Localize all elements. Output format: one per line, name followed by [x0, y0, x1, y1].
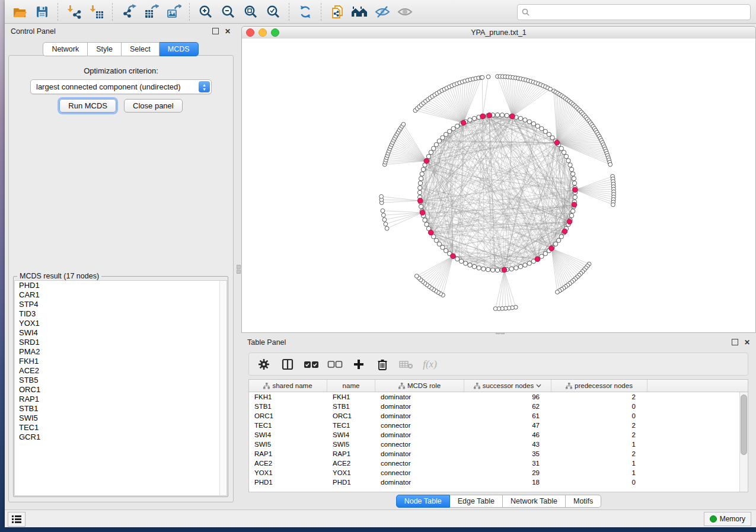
- network-node[interactable]: [382, 217, 387, 222]
- network-node[interactable]: [556, 238, 560, 242]
- network-node[interactable]: [425, 222, 429, 226]
- mcds-node[interactable]: [549, 246, 554, 251]
- network-node[interactable]: [464, 261, 468, 265]
- network-node[interactable]: [566, 159, 570, 163]
- criterion-dropdown[interactable]: largest connected component (undirected)…: [30, 79, 212, 94]
- mcds-node[interactable]: [480, 114, 486, 119]
- network-node[interactable]: [569, 167, 573, 171]
- table-row[interactable]: YOX1YOX1connector291: [249, 468, 748, 477]
- network-node[interactable]: [559, 235, 563, 239]
- tab-style[interactable]: Style: [88, 42, 122, 56]
- network-node[interactable]: [486, 267, 490, 271]
- mcds-result-item[interactable]: PMA2: [15, 347, 227, 357]
- table-row[interactable]: SWI5SWI5connector431: [249, 440, 748, 449]
- network-node[interactable]: [459, 259, 463, 263]
- network-node[interactable]: [472, 264, 476, 268]
- network-node[interactable]: [505, 113, 509, 117]
- table-row[interactable]: RAP1RAP1dominator352: [249, 449, 748, 459]
- add-column-button[interactable]: [350, 356, 368, 373]
- houses-button[interactable]: [349, 2, 371, 21]
- network-node[interactable]: [434, 143, 438, 147]
- tab-mcds[interactable]: MCDS: [160, 42, 199, 56]
- close-panel-button[interactable]: ✕: [225, 28, 231, 35]
- mcds-node[interactable]: [417, 198, 423, 203]
- mcds-result-item[interactable]: ORC1: [15, 385, 227, 395]
- table-row[interactable]: SWI4SWI4dominator462: [249, 430, 748, 440]
- import-table-button[interactable]: [85, 2, 108, 21]
- network-node[interactable]: [568, 163, 572, 167]
- table-row[interactable]: ORC1ORC1dominator610: [249, 411, 748, 421]
- clone-network-button[interactable]: [326, 2, 349, 21]
- tab-edge-table[interactable]: Edge Table: [450, 495, 503, 508]
- tab-network-table[interactable]: Network Table: [503, 495, 566, 508]
- vertical-splitter-handle[interactable]: [237, 270, 241, 274]
- float-panel-button[interactable]: [212, 28, 219, 36]
- network-node[interactable]: [441, 136, 445, 140]
- mcds-node[interactable]: [424, 158, 429, 164]
- network-node[interactable]: [379, 194, 384, 198]
- deselect-all-button[interactable]: [326, 356, 344, 373]
- memory-button[interactable]: Memory: [704, 512, 751, 526]
- close-panel-button-mcds[interactable]: Close panel: [124, 99, 183, 113]
- network-canvas[interactable]: [241, 39, 756, 333]
- network-node[interactable]: [486, 75, 490, 79]
- network-node[interactable]: [455, 257, 460, 261]
- close-table-panel-button[interactable]: ✕: [744, 339, 750, 346]
- network-node[interactable]: [535, 124, 540, 128]
- network-node[interactable]: [500, 113, 504, 117]
- select-all-button[interactable]: [302, 356, 320, 373]
- network-node[interactable]: [527, 261, 531, 265]
- mcds-result-item[interactable]: FKH1: [15, 357, 227, 366]
- network-node[interactable]: [572, 181, 576, 185]
- mcds-result-item[interactable]: TID3: [15, 309, 227, 319]
- mcds-result-item[interactable]: CAR1: [15, 290, 227, 300]
- float-table-panel-button[interactable]: [732, 339, 738, 347]
- mcds-result-item[interactable]: ACE2: [15, 366, 227, 376]
- network-node[interactable]: [553, 242, 557, 246]
- network-node[interactable]: [468, 118, 472, 122]
- network-node[interactable]: [531, 121, 535, 126]
- mcds-result-item[interactable]: TEC1: [15, 423, 227, 432]
- mcds-list-scrollbar[interactable]: [219, 281, 227, 495]
- network-node[interactable]: [556, 290, 560, 294]
- network-node[interactable]: [571, 209, 575, 213]
- refresh-layout-button[interactable]: [294, 2, 317, 21]
- mcds-result-item[interactable]: STB1: [15, 404, 227, 414]
- network-node[interactable]: [414, 274, 419, 278]
- zoom-out-button[interactable]: [217, 2, 240, 21]
- network-node[interactable]: [543, 251, 547, 255]
- run-mcds-button[interactable]: Run MCDS: [59, 99, 116, 113]
- network-node[interactable]: [381, 213, 385, 217]
- network-node[interactable]: [448, 129, 452, 133]
- network-node[interactable]: [480, 75, 484, 79]
- network-node[interactable]: [455, 124, 460, 128]
- zoom-in-button[interactable]: [194, 2, 217, 21]
- table-row[interactable]: FKH1FKH1dominator962: [249, 392, 748, 402]
- mcds-result-item[interactable]: SWI5: [15, 414, 227, 423]
- mcds-node[interactable]: [572, 202, 577, 207]
- network-node[interactable]: [418, 185, 422, 190]
- column-header-shared-name[interactable]: shared name: [249, 380, 327, 392]
- open-file-button[interactable]: [8, 2, 31, 21]
- mcds-result-item[interactable]: SWI4: [15, 328, 227, 338]
- mcds-result-item[interactable]: PHD1: [15, 281, 227, 290]
- network-node[interactable]: [381, 209, 385, 213]
- search-field[interactable]: [517, 4, 751, 20]
- network-node[interactable]: [550, 136, 554, 140]
- network-node[interactable]: [523, 263, 527, 267]
- mcds-result-item[interactable]: STP4: [15, 300, 227, 309]
- network-node[interactable]: [472, 116, 476, 120]
- network-node[interactable]: [481, 267, 486, 271]
- network-node[interactable]: [426, 154, 430, 158]
- network-node[interactable]: [401, 122, 406, 126]
- table-row[interactable]: TEC1TEC1connector472: [249, 421, 748, 430]
- network-node[interactable]: [419, 204, 423, 209]
- mcds-node[interactable]: [502, 267, 507, 273]
- table-scrollbar[interactable]: [739, 392, 748, 492]
- network-node[interactable]: [569, 213, 573, 217]
- mcds-result-item[interactable]: RAP1: [15, 395, 227, 404]
- mcds-node[interactable]: [535, 257, 540, 262]
- network-node[interactable]: [437, 242, 441, 246]
- delete-column-button[interactable]: [374, 356, 391, 373]
- network-node[interactable]: [418, 181, 422, 185]
